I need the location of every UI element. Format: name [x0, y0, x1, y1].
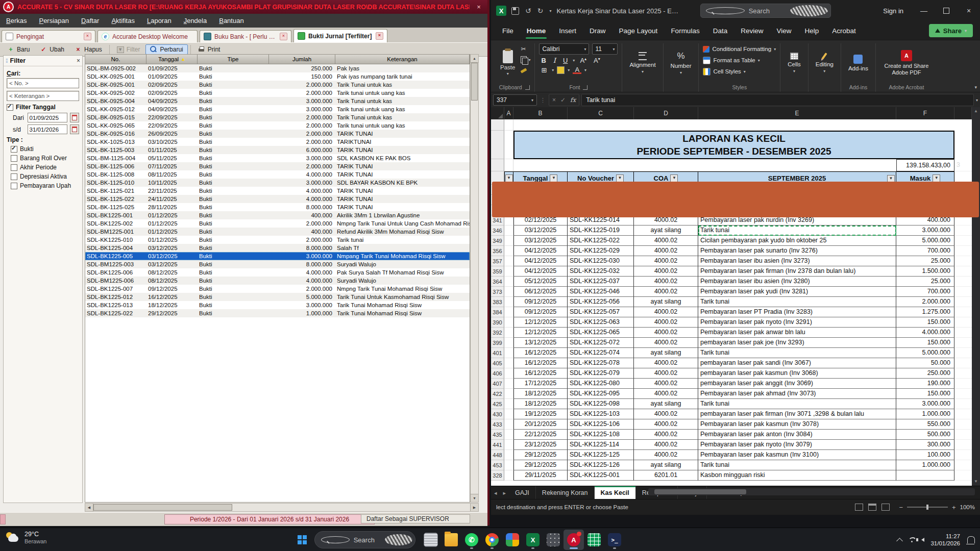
scroll-up-icon[interactable]: ▲ — [974, 107, 978, 115]
row-number[interactable]: 384 — [491, 307, 504, 317]
row-number[interactable]: 392 — [491, 328, 504, 338]
row-number[interactable]: 425 — [491, 399, 504, 409]
print-button[interactable]: Print — [193, 44, 225, 55]
cell-description[interactable]: Pembayaran laser pak nyoto (Inv 3291) — [698, 317, 896, 328]
clock[interactable]: 11:27 31/01/2026 — [930, 533, 960, 547]
column-header-b[interactable]: B — [513, 107, 568, 119]
cell-masuk[interactable]: 150.000 — [896, 389, 954, 399]
cell-tanggal[interactable]: 19/12/2025 — [513, 409, 568, 419]
document-tab-accurate-desktop-welcome[interactable]: eAccurate Desktop Welcome — [97, 30, 198, 42]
cell-tanggal[interactable]: 17/12/2025 — [513, 379, 568, 389]
tipe-checkbox-barang-roll-over[interactable]: Barang Roll Over — [11, 155, 79, 162]
insert-function-icon[interactable]: fx — [570, 96, 576, 104]
cell-coa[interactable]: 4000.02 — [634, 358, 698, 368]
table-row[interactable]: SDL-BK-0925-00102/09/2025Bukti2.000.000T… — [85, 81, 470, 89]
cell-masuk[interactable] — [896, 470, 954, 481]
document-tab-pengingat[interactable]: Pengingat× — [2, 30, 95, 42]
scroll-down-icon[interactable]: ▼ — [471, 494, 478, 502]
document-tab-buku-bank-perlu-di[interactable]: Buku Bank - [ Perlu Di...× — [200, 30, 291, 42]
sheet-row[interactable]: 32829/11/2025SDL-KK1225-0016201.01Kasbon… — [491, 470, 980, 481]
cell-coa[interactable]: 4000.02 — [634, 287, 698, 297]
cell-voucher[interactable]: SDL-KK1225-032 — [568, 266, 634, 277]
font-size-select[interactable]: 11▾ — [592, 43, 618, 55]
cell-masuk[interactable]: 5.000.000 — [896, 236, 954, 246]
ribbon-tab-page-layout[interactable]: Page Layout — [613, 21, 664, 40]
menu-persiapan[interactable]: Persiapan — [39, 17, 69, 24]
table-row[interactable]: SDL-BM-1125-00405/11/2025Bukti3.000.000S… — [85, 154, 470, 162]
close-icon[interactable]: × — [958, 0, 980, 21]
cell-masuk[interactable]: 3.000.000 — [896, 399, 954, 409]
borders-button[interactable]: ⊞ — [539, 66, 549, 74]
cell-description[interactable]: Pembayaran laser pak firman (Inv 2378 da… — [698, 266, 896, 277]
row-number[interactable]: 430 — [491, 409, 504, 419]
sheet-tab-kas-kecil[interactable]: Kas Kecil — [595, 486, 636, 499]
menu-laporan[interactable]: Laporan — [147, 17, 172, 24]
cell-masuk[interactable]: 500.000 — [896, 430, 954, 440]
table-row[interactable]: SDL-BK-1125-02224/11/2025Bukti4.000.000T… — [85, 195, 470, 203]
row-number[interactable]: 357 — [491, 256, 504, 266]
cell-voucher[interactable]: SDL-KK1225-108 — [568, 430, 634, 440]
table-row[interactable]: SDL-BK1225-01318/12/2025Bukti3.000.000Ta… — [85, 301, 470, 309]
cell-description[interactable]: Pembayaran laser PT Pradia (Inv 3283) — [698, 307, 896, 317]
cell-masuk[interactable]: 3.000.000 — [896, 226, 954, 236]
cell-description[interactable]: Pembayaran laser pak yudi (Inv 3281) — [698, 287, 896, 297]
fill-color-icon[interactable] — [557, 66, 565, 74]
table-row[interactable]: SDL-BM1225-00303/12/2025Bukti8.000.000Su… — [85, 260, 470, 268]
table-row[interactable]: SDL-BK-1125-00301/11/2025Bukti6.000.000T… — [85, 146, 470, 154]
cell-voucher[interactable]: SDL-KK1225-022 — [568, 236, 634, 246]
dialog-launcher-icon[interactable] — [583, 85, 587, 90]
font-color-button[interactable]: A — [573, 67, 581, 74]
row-number[interactable]: 346 — [491, 226, 504, 236]
cell-masuk[interactable]: 1.275.000 — [896, 307, 954, 317]
cell-tanggal[interactable]: 29/12/2025 — [513, 450, 568, 460]
cell-tanggal[interactable]: 23/12/2025 — [513, 440, 568, 450]
column-header-f[interactable]: F — [896, 107, 954, 119]
cell-voucher[interactable]: SDL-KK1225-046 — [568, 287, 634, 297]
cell-tanggal[interactable]: 13/12/2025 — [513, 338, 568, 348]
cell-coa[interactable]: 4000.02 — [634, 246, 698, 256]
cell-tanggal[interactable]: 09/12/2025 — [513, 297, 568, 307]
row-number[interactable]: 328 — [491, 470, 504, 481]
cell-masuk[interactable]: 100.000 — [896, 450, 954, 460]
cell-description[interactable]: Kasbon mingguan riski — [698, 470, 896, 481]
filter-tanggal-checkbox[interactable]: Filter Tanggal — [7, 104, 79, 111]
sheet-row[interactable]: 45329/12/2025SDL-KK1225-126ayat silangTa… — [491, 460, 980, 470]
cancel-entry-icon[interactable]: × — [552, 96, 556, 104]
cell-tanggal[interactable]: 03/12/2025 — [513, 236, 568, 246]
row-number[interactable]: 383 — [491, 297, 504, 307]
scroll-left-icon[interactable]: ◀ — [85, 504, 93, 511]
tab-close-icon[interactable]: × — [84, 33, 91, 40]
minimize-icon[interactable]: — — [913, 0, 935, 21]
ribbon-tab-insert[interactable]: Insert — [553, 21, 582, 40]
sheets-icon[interactable] — [584, 530, 604, 550]
cell-voucher[interactable]: SDL-KK1225-074 — [568, 348, 634, 358]
cell-coa[interactable]: ayat silang — [634, 399, 698, 409]
table-row[interactable]: SDL-BK-1125-00607/11/2025Bukti2.000.000T… — [85, 162, 470, 170]
cell-coa[interactable]: ayat silang — [634, 348, 698, 358]
taskbar-search-input[interactable]: Search — [314, 531, 415, 548]
menu-jendela[interactable]: Jendela — [184, 17, 207, 24]
cell-coa[interactable]: 4000.02 — [634, 409, 698, 419]
select-all-corner[interactable] — [491, 107, 504, 119]
maximize-icon[interactable] — [935, 0, 958, 21]
table-row[interactable]: SDL-BK-1125-02528/11/2025Bukti8.000.000T… — [85, 203, 470, 211]
cell-description[interactable]: Tarik tunai — [698, 348, 896, 358]
ribbon-tab-file[interactable]: File — [496, 21, 520, 40]
sheet-row[interactable]: 34903/12/2025SDL-KK1225-0224000.02Cicila… — [491, 236, 980, 246]
tab-close-icon[interactable]: × — [280, 33, 287, 40]
row-number[interactable]: 453 — [491, 460, 504, 470]
ribbon-tab-home[interactable]: Home — [521, 21, 552, 40]
sheet-row[interactable]: 42218/12/2025SDL-KK1225-0954000.02Pembay… — [491, 389, 980, 399]
cell-description[interactable]: pembayaran laser pak sandi (Inv 3067) — [698, 358, 896, 368]
column-header-d[interactable]: D — [634, 107, 698, 119]
sheet-row[interactable]: 44829/12/2025SDL-KK1225-1254000.02Pembay… — [491, 450, 980, 460]
cell-tanggal[interactable]: 04/12/2025 — [513, 266, 568, 277]
table-row[interactable]: SDL-BK1225-00101/12/2025Bukti400.000Akri… — [85, 211, 470, 219]
cell-tanggal[interactable]: 09/12/2025 — [513, 307, 568, 317]
cell-voucher[interactable]: SDL-KK1225-078 — [568, 358, 634, 368]
cell-masuk[interactable]: 5.000.000 — [896, 348, 954, 358]
cell-masuk[interactable]: 190.000 — [896, 379, 954, 389]
row-number[interactable]: 349 — [491, 236, 504, 246]
table-row[interactable]: SDL-BK1225-00201/12/2025Bukti2.000.000Nm… — [85, 219, 470, 228]
cells-button[interactable]: Cells▾ — [785, 43, 804, 83]
